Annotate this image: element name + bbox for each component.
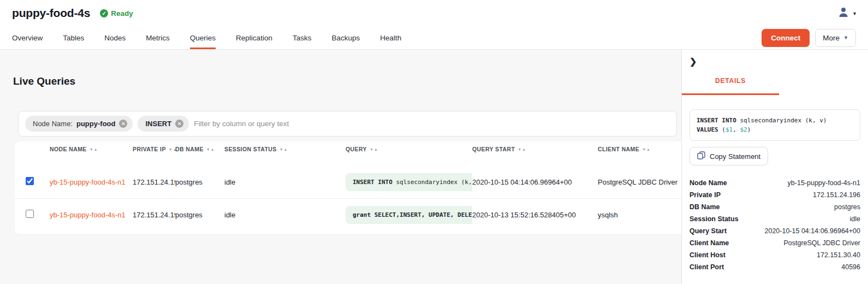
tab-replication[interactable]: Replication — [236, 26, 272, 49]
detail-field-row: Client Name PostgreSQL JDBC Driver — [689, 237, 860, 249]
tab-tasks[interactable]: Tasks — [293, 26, 312, 49]
sql-line-1: INSERT INTO sqlsecondaryindex (k, v) — [697, 116, 853, 125]
private-ip-cell: 172.151.24.196 — [133, 211, 175, 219]
node-name-link[interactable]: yb-15-puppy-food-4s-n1 — [50, 178, 133, 186]
live-queries-panel: Live Queries Node Name: puppy-food ✕ INS… — [0, 50, 681, 284]
status-badge: ✓ Ready — [100, 9, 133, 17]
sql-statement-box: INSERT INTO sqlsecondaryindex (k, v) VAL… — [689, 109, 860, 141]
table-header-row: NODE NAME ▼▲ PRIVATE IP ▼▲ DB NAME ▼▲ SE… — [15, 141, 681, 165]
tab-tables[interactable]: Tables — [63, 26, 84, 49]
table-row[interactable]: yb-15-puppy-food-4s-n1 172.151.24.196 po… — [15, 165, 681, 198]
row-checkbox[interactable] — [26, 210, 34, 218]
row-checkbox[interactable] — [26, 177, 34, 185]
db-name-cell: postgres — [175, 211, 224, 219]
details-tab-label: DETAILS — [715, 77, 746, 85]
filter-chip-insert: INSERT ✕ — [138, 116, 189, 132]
tab-queries[interactable]: Queries — [190, 26, 216, 49]
query-start-cell: 2020-10-15 04:14:06.96964+00 — [472, 178, 598, 186]
column-header-node-name[interactable]: NODE NAME ▼▲ — [50, 146, 133, 152]
copy-statement-button[interactable]: Copy Statement — [689, 147, 768, 165]
remove-filter-icon[interactable]: ✕ — [175, 120, 183, 128]
detail-field-row: Session Status idle — [689, 213, 860, 225]
column-header-private-ip[interactable]: PRIVATE IP ▼▲ — [133, 146, 175, 152]
column-header-query[interactable]: QUERY ▼▲ — [346, 146, 472, 152]
query-start-cell: 2020-10-13 15:52:16.528405+00 — [472, 211, 598, 219]
sql-param: $1 — [726, 126, 733, 133]
user-avatar-icon[interactable] — [837, 6, 849, 20]
top-bar: puppy-food-4s ✓ Ready ▾ — [0, 0, 868, 26]
column-header-query-start[interactable]: QUERY START ▼▲ — [472, 146, 598, 152]
client-name-cell: PostgreSQL JDBC Driver — [598, 178, 681, 186]
filter-chip-node-name: Node Name: puppy-food ✕ — [25, 116, 133, 132]
sql-line-2: VALUES ($1, $2) — [697, 125, 853, 134]
filter-bar[interactable]: Node Name: puppy-food ✕ INSERT ✕ — [18, 111, 677, 137]
tab-health[interactable]: Health — [380, 26, 401, 49]
query-snippet[interactable]: grant SELECT,INSERT, UPDATE, DELETE… — [346, 206, 472, 224]
tab-details[interactable]: DETAILS — [682, 75, 779, 95]
column-header-db-name[interactable]: DB NAME ▼▲ — [175, 146, 224, 152]
chevron-down-icon: ▼ — [843, 35, 848, 40]
client-name-cell: ysqlsh — [598, 211, 681, 219]
details-panel: ❯ DETAILS INSERT INTO sqlsecondaryindex … — [681, 50, 868, 284]
column-header-client-name[interactable]: CLIENT NAME ▼▲ — [598, 146, 681, 152]
filter-chip-value: INSERT — [145, 120, 171, 128]
sort-icon[interactable]: ▼▲ — [370, 147, 378, 151]
detail-field-row: DB Name postgres — [689, 201, 860, 213]
table-row[interactable]: yb-15-puppy-food-4s-n1 172.151.24.196 po… — [15, 198, 681, 231]
user-menu-caret-icon[interactable]: ▾ — [853, 10, 856, 16]
copy-icon — [697, 151, 705, 161]
sort-icon[interactable]: ▼▲ — [642, 147, 651, 151]
query-snippet[interactable]: INSERT INTO sqlsecondaryindex (k, v… — [346, 173, 472, 191]
filter-chip-value: puppy-food — [76, 120, 115, 128]
db-name-cell: postgres — [175, 178, 224, 186]
session-status-cell: idle — [224, 178, 346, 186]
sort-icon[interactable]: ▼▲ — [206, 147, 215, 151]
filter-chip-prefix: Node Name: — [33, 120, 73, 128]
tab-overview[interactable]: Overview — [12, 26, 43, 49]
nav-bar: Overview Tables Nodes Metrics Queries Re… — [0, 26, 868, 50]
queries-table: NODE NAME ▼▲ PRIVATE IP ▼▲ DB NAME ▼▲ SE… — [15, 141, 681, 234]
session-status-cell: idle — [224, 211, 346, 219]
more-button-label: More — [823, 34, 840, 42]
detail-field-row: Node Name yb-15-puppy-food-4s-n1 — [689, 177, 860, 189]
column-header-session-status[interactable]: SESSION STATUS ▼▲ — [224, 146, 346, 152]
private-ip-cell: 172.151.24.196 — [133, 178, 175, 186]
status-label: Ready — [111, 9, 133, 17]
page-title: Live Queries — [13, 75, 681, 87]
details-fields: Node Name yb-15-puppy-food-4s-n1 Private… — [689, 177, 860, 273]
tab-nodes[interactable]: Nodes — [104, 26, 126, 49]
nav-tabs: Overview Tables Nodes Metrics Queries Re… — [12, 26, 401, 49]
tab-metrics[interactable]: Metrics — [146, 26, 170, 49]
filter-input[interactable] — [194, 120, 670, 128]
sql-param: $2 — [740, 126, 747, 133]
check-circle-icon: ✓ — [100, 9, 108, 17]
more-button[interactable]: More ▼ — [815, 29, 856, 47]
detail-field-row: Query Start 2020-10-15 04:14:06.96964+00 — [689, 225, 860, 237]
sort-icon[interactable]: ▼▲ — [518, 147, 526, 151]
sort-icon[interactable]: ▼▲ — [90, 147, 98, 151]
detail-field-row: Client Port 40596 — [689, 261, 860, 273]
detail-field-row: Client Host 172.151.30.40 — [689, 249, 860, 261]
node-name-link[interactable]: yb-15-puppy-food-4s-n1 — [50, 211, 133, 219]
cluster-title: puppy-food-4s — [12, 7, 90, 20]
collapse-panel-icon[interactable]: ❯ — [689, 56, 698, 67]
connect-button[interactable]: Connect — [762, 29, 810, 47]
sort-icon[interactable]: ▼▲ — [280, 147, 288, 151]
detail-field-row: Private IP 172.151.24.196 — [689, 189, 860, 201]
remove-filter-icon[interactable]: ✕ — [119, 120, 127, 128]
copy-statement-label: Copy Statement — [710, 152, 760, 161]
tab-backups[interactable]: Backups — [331, 26, 360, 49]
